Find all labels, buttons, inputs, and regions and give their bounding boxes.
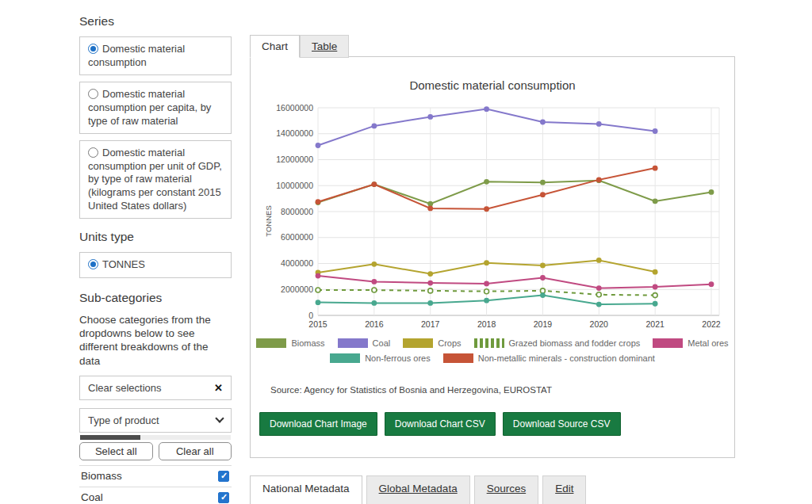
product-label: Coal (81, 491, 103, 503)
svg-text:2015: 2015 (308, 319, 327, 329)
radio-icon[interactable] (88, 89, 98, 99)
legend-label: Coal (373, 338, 391, 348)
chart-title: Domestic material consumption (251, 78, 734, 92)
radio-selected-icon[interactable] (88, 44, 98, 54)
tab-table[interactable]: Table (300, 35, 349, 58)
legend-swatch-icon (338, 338, 368, 348)
svg-text:2016: 2016 (365, 319, 384, 329)
units-heading: Units type (79, 230, 232, 244)
close-icon[interactable]: ✕ (214, 382, 223, 394)
svg-text:0: 0 (308, 311, 313, 320)
svg-text:2018: 2018 (477, 319, 496, 329)
series-option-dmc[interactable]: Domestic material consumption (79, 36, 232, 75)
dmc-line-chart: 0200000040000006000000800000010000000120… (259, 94, 728, 332)
svg-text:2022: 2022 (702, 319, 721, 329)
legend-label: Non-ferrous ores (365, 353, 431, 363)
scrollbar-thumb[interactable] (80, 435, 140, 440)
legend-label: Metal ores (688, 338, 728, 348)
legend-item: Crops (403, 338, 461, 348)
clear-selections-label: Clear selections (88, 382, 162, 394)
legend-item: Coal (338, 338, 391, 348)
tab-national-metadata[interactable]: National Metadata (250, 475, 362, 504)
svg-text:10000000: 10000000 (276, 181, 313, 190)
clear-selections-button[interactable]: Clear selections ✕ (79, 376, 232, 400)
series-heading: Series (79, 14, 232, 29)
metadata-tabs: National Metadata Global Metadata Source… (250, 475, 586, 504)
svg-text:2020: 2020 (590, 319, 609, 329)
chart-legend: BiomassCoalCropsGrazed biomass and fodde… (251, 338, 734, 363)
download-chart-csv-button[interactable]: Download Chart CSV (385, 412, 496, 436)
download-buttons-row: Download Chart Image Download Chart CSV … (259, 412, 621, 436)
legend-item: Non-ferrous ores (330, 353, 431, 363)
product-checkbox-list: BiomassCoalCrop residues (79, 465, 232, 504)
product-row[interactable]: Biomass (79, 466, 232, 487)
svg-text:2021: 2021 (645, 319, 665, 329)
svg-text:4000000: 4000000 (281, 258, 313, 268)
chart-table-tabs: Chart Table (250, 35, 349, 58)
svg-text:2019: 2019 (534, 319, 553, 329)
download-chart-image-button[interactable]: Download Chart Image (259, 412, 377, 436)
legend-item: Biomass (256, 338, 324, 348)
legend-label: Biomass (291, 338, 324, 348)
series-option-dmc-per-gdp[interactable]: Domestic material consumption per unit o… (79, 140, 232, 219)
product-row[interactable]: Coal (79, 487, 232, 504)
svg-text:2017: 2017 (421, 319, 440, 329)
radio-icon[interactable] (88, 147, 98, 158)
svg-text:2000000: 2000000 (281, 284, 313, 294)
series-option-dmc-per-capita[interactable]: Domestic material consumption per capita… (79, 82, 232, 134)
checkbox-icon[interactable] (218, 471, 229, 482)
legend-swatch-icon (653, 338, 683, 348)
subcategories-heading: Sub-categories (79, 291, 232, 305)
legend-item: Metal ores (653, 338, 728, 348)
filter-sidebar: Series Domestic material consumption Dom… (79, 14, 232, 504)
tab-edit[interactable]: Edit (542, 475, 586, 504)
tab-global-metadata[interactable]: Global Metadata (366, 475, 470, 504)
units-option-label: TONNES (102, 258, 145, 270)
product-label: Biomass (81, 470, 122, 482)
tab-sources[interactable]: Sources (474, 475, 539, 504)
dropdown-label: Type of product (88, 414, 159, 426)
svg-text:6000000: 6000000 (281, 232, 313, 242)
chevron-down-icon (215, 414, 224, 423)
subcategories-help-text: Choose categories from the dropdowns bel… (79, 313, 232, 368)
tab-chart[interactable]: Chart (250, 35, 300, 58)
series-option-label: Domestic material consumption per unit o… (88, 147, 222, 212)
svg-text:12000000: 12000000 (276, 155, 313, 164)
legend-label: Grazed biomass and fodder crops (509, 338, 641, 348)
series-option-label: Domestic material consumption (88, 43, 185, 68)
legend-label: Crops (438, 338, 461, 348)
radio-selected-icon[interactable] (88, 259, 98, 269)
svg-text:16000000: 16000000 (276, 103, 313, 113)
clear-all-button[interactable]: Clear all (159, 442, 232, 460)
legend-item: Grazed biomass and fodder crops (474, 338, 641, 348)
checkbox-icon[interactable] (218, 492, 229, 503)
legend-swatch-icon (330, 353, 360, 363)
chart-panel: Domestic material consumption 0200000040… (250, 56, 735, 458)
select-all-button[interactable]: Select all (79, 442, 153, 460)
svg-text:8000000: 8000000 (281, 207, 313, 216)
legend-item: Non-metallic minerals - construction dom… (443, 353, 655, 363)
series-option-label: Domestic material consumption per capita… (88, 88, 211, 126)
type-of-product-dropdown[interactable]: Type of product (79, 408, 232, 433)
legend-swatch-icon (256, 338, 286, 348)
units-option-tonnes[interactable]: TONNES (79, 252, 232, 278)
legend-swatch-icon (474, 338, 504, 348)
legend-swatch-icon (443, 353, 473, 363)
svg-text:14000000: 14000000 (276, 128, 313, 138)
download-source-csv-button[interactable]: Download Source CSV (503, 412, 621, 436)
horizontal-scrollbar[interactable] (80, 435, 231, 440)
svg-text:TONNES: TONNES (264, 205, 273, 236)
legend-label: Non-metallic minerals - construction dom… (478, 353, 655, 363)
source-text: Source: Agency for Statistics of Bosnia … (270, 385, 552, 395)
legend-swatch-icon (403, 338, 433, 348)
